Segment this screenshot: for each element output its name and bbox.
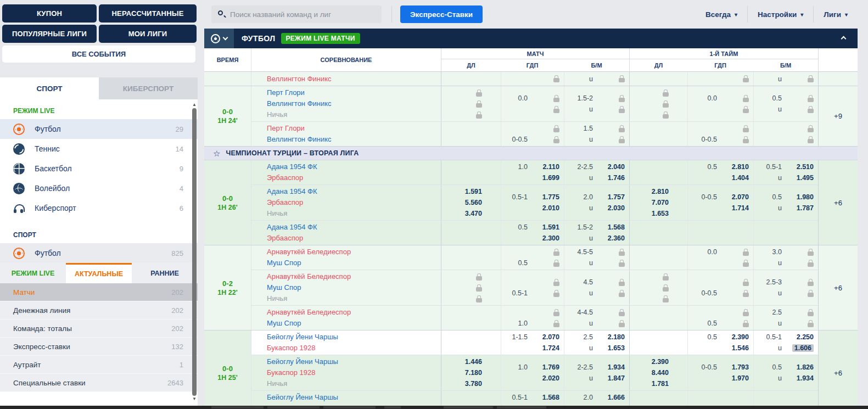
unsettled-button[interactable]: НЕРАССЧИТАННЫЕ <box>99 4 197 23</box>
match-teams[interactable]: Арнавуткёй БеледиеспорМуш Спор <box>251 245 441 270</box>
odd-value[interactable]: 5.560 <box>465 199 482 206</box>
odd-value[interactable]: 7.070 <box>652 199 669 206</box>
odd-value[interactable]: 1.757 <box>608 193 625 201</box>
odd-value[interactable]: 1.970 <box>732 374 749 382</box>
mode-tab-actual[interactable]: АКТУАЛЬНЫЕ <box>66 263 132 283</box>
odd-value[interactable]: 1.724 <box>542 344 559 352</box>
odd-value[interactable]: 1.980 <box>797 193 814 201</box>
match-teams[interactable]: Адана 1954 ФКЭрбааспорНичья <box>251 185 441 220</box>
more-markets-link[interactable]: +6 <box>834 199 842 207</box>
odd-value[interactable]: 2.180 <box>608 333 625 341</box>
tab-sport[interactable]: СПОРТ <box>0 77 99 99</box>
match-teams[interactable]: Бейоглу Йени ЧаршыБукаспор 1928 <box>251 330 441 355</box>
odd-value[interactable]: 1.653 <box>608 344 625 352</box>
odd-value[interactable]: 3.780 <box>465 380 482 388</box>
sidebar-item-tennis[interactable]: Теннис14 <box>0 139 198 159</box>
odd-value[interactable]: 2.810 <box>732 163 749 171</box>
odd-value[interactable]: 2.510 <box>797 163 814 171</box>
sidebar-item-basketball[interactable]: Баскетбол9 <box>0 159 198 178</box>
menu-always[interactable]: Всегда▾ <box>696 6 747 23</box>
match-teams[interactable]: Адана 1954 ФКЭрбааспор <box>251 221 441 245</box>
collapse-icon[interactable] <box>841 36 847 42</box>
odd-value[interactable]: 1.591 <box>465 188 482 195</box>
odd-value[interactable]: 1.934 <box>608 363 625 371</box>
star-icon[interactable]: ☆ <box>213 149 220 158</box>
odd-value[interactable]: 1.546 <box>732 344 749 352</box>
all-events-button[interactable]: ВСЕ СОБЫТИЯ <box>2 46 195 63</box>
match-teams[interactable]: Перт ГлориВеллингтон Финикс <box>251 122 441 146</box>
scroll-down-icon[interactable]: ▼ <box>192 397 197 401</box>
odd-value[interactable]: 1.847 <box>608 374 625 382</box>
mode-tab-live[interactable]: РЕЖИМ LIVE <box>0 263 66 283</box>
odd-value[interactable]: 2.110 <box>542 163 559 171</box>
filter-item[interactable]: Аутрайт1 <box>0 356 198 374</box>
match-teams[interactable]: Бейоглу Йени ЧаршыБукаспор 1928Ничья <box>251 355 441 390</box>
filter-item[interactable]: Денежная линия202 <box>0 301 198 320</box>
odd-value[interactable]: 2.360 <box>608 234 625 242</box>
odd-value[interactable]: 2.810 <box>652 188 669 195</box>
odd-value[interactable]: 2.070 <box>542 333 559 341</box>
odd-value[interactable]: 2.300 <box>542 234 559 242</box>
odd-value[interactable]: 1.781 <box>652 380 669 388</box>
odd-value[interactable]: 1.746 <box>608 174 625 182</box>
sidebar-item-volleyball[interactable]: Волейбол4 <box>0 178 198 198</box>
odd-value[interactable]: 2.020 <box>542 374 559 382</box>
odd-value[interactable]: 3.470 <box>465 210 482 217</box>
odd-value[interactable]: 1.787 <box>797 204 814 212</box>
sidebar-item-football[interactable]: Футбол825 <box>0 243 198 263</box>
odd-value[interactable]: 1.568 <box>608 223 625 231</box>
odd-value[interactable]: 1.606 <box>792 344 814 352</box>
tab-esport[interactable]: КИБЕРСПОРТ <box>99 77 198 99</box>
more-markets-link[interactable]: +6 <box>834 369 842 377</box>
odd-value[interactable]: 1.826 <box>797 363 814 371</box>
odd-value[interactable]: 1.495 <box>797 174 814 182</box>
search-input[interactable] <box>211 5 382 23</box>
odd-value[interactable]: 2.390 <box>732 333 749 341</box>
more-markets-link[interactable]: +6 <box>834 284 842 292</box>
scrollbar-thumb[interactable] <box>192 108 197 396</box>
odd-value[interactable]: 1.775 <box>542 193 559 201</box>
odd-value[interactable]: 7.180 <box>465 369 482 377</box>
filter-item[interactable]: Матчи202 <box>0 283 198 301</box>
popular-leagues-button[interactable]: ПОПУЛЯРНЫЕ ЛИГИ <box>2 25 97 43</box>
my-leagues-button[interactable]: МОИ ЛИГИ <box>99 25 197 43</box>
odd-value[interactable]: 1.666 <box>608 394 625 401</box>
odd-value[interactable]: 1.404 <box>732 174 749 182</box>
more-markets-link[interactable]: +9 <box>834 112 842 120</box>
match-teams[interactable]: Адана 1954 ФКЭрбааспор <box>251 160 441 184</box>
odd-value[interactable]: 1.446 <box>465 358 482 366</box>
odd-value[interactable]: 1.568 <box>542 394 559 401</box>
match-teams[interactable]: Арнавуткёй БеледиеспорМуш Спор <box>251 306 441 330</box>
odd-value[interactable]: 8.440 <box>652 369 669 377</box>
odd-value[interactable]: 1.591 <box>542 223 559 231</box>
odd-value[interactable]: 2.040 <box>608 163 625 171</box>
express-bets-button[interactable]: Экспресс-Ставки <box>400 5 483 23</box>
filter-item[interactable]: Специальные ставки2643 <box>0 374 198 392</box>
odd-value[interactable]: 2.390 <box>652 358 669 366</box>
odd-value[interactable]: 1.699 <box>542 174 559 182</box>
menu-leagues[interactable]: Лиги▾ <box>813 6 858 23</box>
menu-settings[interactable]: Настройки▾ <box>747 6 813 23</box>
odds-line <box>506 123 559 134</box>
coupon-button[interactable]: КУПОН <box>2 4 97 23</box>
match-teams[interactable]: Веллингтон Финикс <box>251 72 441 86</box>
odd-value[interactable]: 2.030 <box>608 204 625 212</box>
odd-value[interactable]: 2.010 <box>542 204 559 212</box>
filter-item[interactable]: Экспресс-ставки132 <box>0 338 198 356</box>
odd-value[interactable]: 1.769 <box>542 363 559 371</box>
filter-item[interactable]: Команда: тоталы202 <box>0 320 198 338</box>
odd-value[interactable]: 1.934 <box>797 374 814 382</box>
match-teams[interactable]: Арнавуткёй БеледиеспорМуш СпорНичья <box>251 270 441 305</box>
odd-value[interactable]: 1.793 <box>732 363 749 371</box>
odd-value[interactable]: 1.714 <box>732 204 749 212</box>
mode-tab-early[interactable]: РАННИЕ <box>132 263 198 283</box>
sport-selector[interactable] <box>204 29 234 48</box>
odd-value[interactable]: 2.070 <box>732 193 749 201</box>
match-teams[interactable]: Перт ГлориВеллингтон ФиниксНичья <box>251 86 441 121</box>
sidebar-item-football[interactable]: Футбол29 <box>0 119 198 139</box>
scroll-up-icon[interactable]: ▲ <box>192 103 197 107</box>
sidebar-buttons: КУПОН НЕРАССЧИТАННЫЕ ПОПУЛЯРНЫЕ ЛИГИ МОИ… <box>0 0 198 43</box>
odd-value[interactable]: 2.250 <box>797 333 814 341</box>
odd-value[interactable]: 1.653 <box>652 210 669 217</box>
sidebar-item-esports[interactable]: Киберспорт6 <box>0 198 198 218</box>
